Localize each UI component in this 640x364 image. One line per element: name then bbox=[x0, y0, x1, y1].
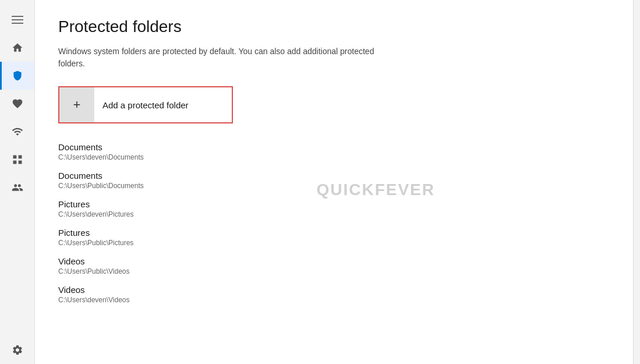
sidebar bbox=[0, 0, 35, 364]
folder-name: Pictures bbox=[58, 199, 610, 209]
folder-list-item: PicturesC:\Users\deven\Pictures bbox=[58, 195, 610, 223]
svg-rect-6 bbox=[18, 161, 22, 164]
add-folder-icon-box: + bbox=[59, 87, 94, 122]
folder-list-item: DocumentsC:\Users\deven\Documents bbox=[58, 137, 610, 166]
shield-icon bbox=[12, 70, 23, 82]
sidebar-item-menu[interactable] bbox=[0, 6, 34, 34]
folder-list-item: VideosC:\Users\deven\Videos bbox=[58, 280, 610, 309]
sidebar-item-app[interactable] bbox=[0, 146, 34, 174]
svg-rect-3 bbox=[13, 156, 16, 159]
folder-list: DocumentsC:\Users\deven\DocumentsDocumen… bbox=[58, 137, 610, 309]
svg-rect-4 bbox=[18, 156, 22, 159]
add-folder-label: Add a protected folder bbox=[94, 100, 189, 110]
folder-path: C:\Users\Public\Pictures bbox=[58, 239, 610, 247]
add-protected-folder-button[interactable]: + Add a protected folder bbox=[58, 86, 233, 123]
folder-path: C:\Users\deven\Documents bbox=[58, 153, 610, 161]
svg-rect-5 bbox=[13, 161, 16, 164]
folder-name: Pictures bbox=[58, 228, 610, 238]
home-icon bbox=[12, 42, 23, 54]
svg-rect-1 bbox=[12, 19, 23, 20]
sidebar-item-health[interactable] bbox=[0, 90, 34, 118]
plus-icon: + bbox=[73, 97, 81, 112]
folder-name: Documents bbox=[58, 142, 610, 152]
sidebar-item-home[interactable] bbox=[0, 34, 34, 62]
scrollbar[interactable] bbox=[633, 0, 640, 364]
folder-name: Videos bbox=[58, 256, 610, 266]
folder-name: Documents bbox=[58, 171, 610, 181]
folder-path: C:\Users\Public\Videos bbox=[58, 267, 610, 275]
folder-path: C:\Users\Public\Documents bbox=[58, 182, 610, 190]
folder-name: Videos bbox=[58, 285, 610, 295]
folder-list-item: DocumentsC:\Users\Public\Documents bbox=[58, 166, 610, 195]
wifi-icon bbox=[12, 126, 23, 137]
svg-rect-2 bbox=[12, 23, 23, 24]
sidebar-item-family[interactable] bbox=[0, 174, 34, 202]
page-description: Windows system folders are protected by … bbox=[58, 45, 384, 70]
settings-icon bbox=[12, 344, 23, 356]
folder-path: C:\Users\deven\Pictures bbox=[58, 210, 610, 218]
folder-path: C:\Users\deven\Videos bbox=[58, 296, 610, 304]
family-icon bbox=[12, 182, 23, 193]
folder-list-item: VideosC:\Users\Public\Videos bbox=[58, 252, 610, 280]
svg-rect-0 bbox=[12, 16, 23, 17]
main-content: Protected folders Windows system folders… bbox=[35, 0, 633, 364]
sidebar-item-wifi[interactable] bbox=[0, 118, 34, 146]
menu-icon bbox=[12, 14, 23, 26]
heart-icon bbox=[12, 98, 23, 109]
sidebar-item-settings[interactable] bbox=[0, 336, 34, 364]
folder-list-item: PicturesC:\Users\Public\Pictures bbox=[58, 223, 610, 252]
sidebar-item-shield[interactable] bbox=[0, 62, 34, 90]
app-icon bbox=[12, 154, 23, 165]
page-title: Protected folders bbox=[58, 17, 610, 36]
